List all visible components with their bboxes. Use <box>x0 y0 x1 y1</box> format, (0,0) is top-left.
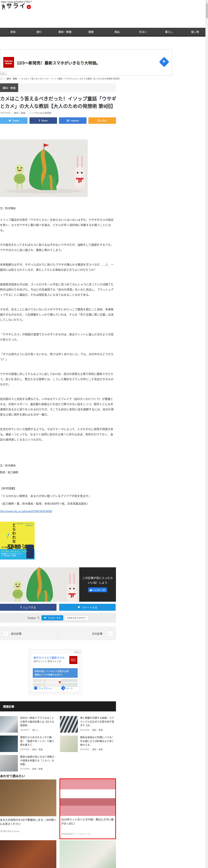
reference-header: 【参考図書】 <box>0 485 91 492</box>
hatena-icon: B! <box>67 119 70 122</box>
article-date: 2017/4/15 <box>0 112 10 114</box>
site-logo[interactable]: サライ jp <box>1 3 31 10</box>
sponsored-card[interactable]: 石田純一(65)「舌磨きは絶対NG」強烈な“口臭”が０になる消臭法？ PR(プレ… <box>60 840 116 868</box>
related-article-card[interactable]: 神と悪魔が交錯する岐路！スクランブル交叉点で五感を研ぎ澄ます【大... 2017… <box>60 716 116 733</box>
article-credits: 文／鈴木隆祐 監修／前刀禎明 <box>0 462 18 476</box>
nav-item-house[interactable]: 住まい <box>130 28 156 36</box>
nav-item-events[interactable]: 催し物 <box>182 28 208 36</box>
scrollbar-up-icon[interactable]: ▲ <box>206 0 208 3</box>
ad-arrow-icon[interactable] <box>159 57 169 67</box>
ad-headline-link[interactable]: 楽天モバイルで最新スマホ <box>33 656 65 659</box>
scrollbar-thumb[interactable] <box>206 3 208 19</box>
top-ad-banner[interactable]: RakutenMobile 12/3～新発売！最新スマホがいきなり大特価。 広告 <box>0 50 172 75</box>
facebook-icon: f <box>39 119 40 122</box>
article-category-link[interactable]: 趣味・教養 <box>14 111 25 115</box>
share-buttons: Tweet f Share B! Hatena RSS <box>0 117 116 124</box>
scrollbar[interactable]: ▲ <box>205 0 208 868</box>
next-arrow-icon[interactable]: › <box>108 630 113 637</box>
article-byline: 文／鈴木隆祐 <box>0 462 18 469</box>
twitter-follow-bar: Twitter で フォローする 5,576人のフォロワー <box>0 613 116 623</box>
rakuten-map-ad[interactable]: 広告 楽天モバイルで最新スマホ 楽天モバイル 草加マルイ店 RakutenMob… <box>29 649 82 694</box>
nav-item-travel[interactable]: 旅行 <box>26 28 52 36</box>
paragraph: 「ボクは君のように足が長くないから、陸では早く歩けないさ。でも、水の中ならどうだ… <box>0 352 116 362</box>
related-article-card[interactable]: 理系出身者ほど料理にハマる！作る側に立てば料理はより深く味わえる... 2017… <box>60 736 116 752</box>
prev-next-nav: ‹ 前の記事 次の記事 › <box>0 626 116 640</box>
prev-article-link[interactable]: 前の記事 <box>11 632 22 636</box>
related-thumbnail <box>0 736 18 752</box>
breadcrumb-category[interactable]: 趣味・教養 <box>7 77 17 80</box>
sponsored-card[interactable]: 【コラム】ワイン好きにはたまらない！ワインの豆知識一覧 PR(たのしいお酒.jp… <box>0 840 56 868</box>
sponsored-image <box>0 840 56 868</box>
paragraph: 高度経済成長も今は昔。ゴールだけを一心不乱に見つめてガムシャラに走っていけば勝て… <box>0 282 116 298</box>
article-meta: 2017/4/15 趣味・教養 シニアのための発想術 <box>0 111 51 115</box>
rss-button[interactable]: RSS <box>89 117 116 124</box>
related-article-card[interactable]: 霊感やひらめきをきっちり捕捉！「直感千本ノック」で第六感を鍛えて... 2017… <box>0 736 56 752</box>
sponsored-card[interactable]: 2019年ヒットのハミガキ粉！黄ばんで汚い歯がまっ白に！ PR(株式会社ソーシャ… <box>60 778 116 839</box>
ad-choices-tag[interactable]: 広告 <box>0 72 7 75</box>
follow-button[interactable]: フォローする <box>41 615 63 620</box>
book-cover-image[interactable]: あなたの中に眠っているアイデアが目を覚ます とらわれない ！ 発想法 前刀禎明 … <box>0 522 35 559</box>
book-authors: 前刀禎明 鈴木隆祐 <box>1 546 17 549</box>
like-prompt-line2: いいね！しよう <box>79 580 116 585</box>
book-banner-line2: 既成概念に“とらわれない”アイデア、企画立案６つの秘訣 <box>1 553 24 557</box>
breadcrumb-current: カメはこう答えるべきだった！イソップ童話「ウサギとカメ」の大人な教訓【大人のため… <box>21 77 120 80</box>
rakuten-mobile-logo: RakutenMobile <box>69 656 77 664</box>
facebook-share-button-large[interactable]: f シェアする <box>0 604 57 611</box>
map-pin-icon <box>59 681 61 684</box>
paragraph: その俊足をもってすればカメに負けるはずのないウサギだが、油断をして昼寝をするうち… <box>0 242 116 253</box>
hatena-button[interactable]: B! Hatena <box>59 117 86 124</box>
article-series-link[interactable]: シニアのための発想術 <box>29 111 51 115</box>
facebook-share-button[interactable]: f Share <box>30 117 57 124</box>
bottom-share-row: f シェアする ツイートする <box>0 604 116 611</box>
engagement-block: この記事が気に入ったら いいね！しよう いいね！4万 <box>0 567 116 602</box>
thumbs-up-icon <box>90 589 92 591</box>
chevron-down-icon <box>5 72 6 74</box>
route-arrow-icon <box>61 686 66 690</box>
hero-image <box>0 140 88 197</box>
paragraph: 生活の中でいろいろ発想する上でも、やはりテーマによって、人それぞれに得意不得意が… <box>0 427 116 442</box>
twitter-icon <box>44 617 46 619</box>
rakuten-mobile-logo: RakutenMobile <box>3 57 14 68</box>
related-article-card[interactable]: 目的の一駅前で下りてみることの意外な脳活効果とは【大人の発想術 ... 2017… <box>0 716 56 733</box>
like-panel: この記事が気に入ったら いいね！しよう いいね！4万 <box>79 567 116 602</box>
nav-item-health[interactable]: 健康 <box>78 28 104 36</box>
nav-item-goods[interactable]: 逸品 <box>104 28 130 36</box>
follow-label: Twitter で <box>27 616 40 620</box>
twitter-icon <box>77 606 80 609</box>
related-thumbnail <box>0 755 18 772</box>
nav-item-hobby[interactable]: 趣味・教養 <box>52 28 78 36</box>
reference-link[interactable]: http://www.njg.co.jp/book/9784534054609/ <box>0 510 53 513</box>
related-article-card[interactable]: 悪臭も創造の母になる!? 想像力や感情を刺激する「ニオイ」の効能... 2017… <box>0 755 56 772</box>
related-thumbnail <box>0 716 18 733</box>
global-nav: 美味 旅行 趣味・教養 健康 逸品 住まい 暮らし 催し物 <box>0 28 208 36</box>
paragraph: 初対面の人と対話する際なども、いわゆるアイスブレイク（話のきっかけづくり）が重要… <box>0 397 116 417</box>
related-thumbnail <box>60 716 78 733</box>
book-band: アップル、ディズニー、ソニー 既成概念に“とらわれない”アイデア、企画立案６つの… <box>0 549 35 559</box>
website-button[interactable]: ウェブサイト <box>31 685 55 691</box>
page: https://serai.jp/hobby/170617 サライ jp 美味 … <box>0 0 208 868</box>
reference-title: 『とらわれない発想法 あなたの中に眠っているアイデアが目を覚ます』 <box>0 492 91 500</box>
sponsored-image <box>0 779 56 816</box>
tweet-button[interactable]: Tweet <box>0 117 28 124</box>
pr-credit: PR(株式会社ソーシャルテック) <box>61 832 114 835</box>
home-icon[interactable] <box>0 78 2 80</box>
sponsored-card[interactable]: あなたの信用力を2分で数値化します。18の問いにお答えください PR(株式会社J… <box>0 779 56 833</box>
nav-item-gourmet[interactable]: 美味 <box>0 28 26 36</box>
like-button[interactable]: いいね！4万 <box>88 587 107 592</box>
related-thumbnail <box>60 736 78 752</box>
prev-arrow-icon[interactable]: ‹ <box>3 630 9 637</box>
route-button[interactable]: ルート <box>55 685 79 691</box>
article-body: イソップ童話の代表作『ウサギとカメ』を知らない人はいないはずだ。ウサギがカメの鈍… <box>0 217 116 452</box>
next-article-link[interactable]: 次の記事 <box>92 632 102 636</box>
engagement-image <box>0 567 79 602</box>
tweet-button-large[interactable]: ツイートする <box>59 604 116 611</box>
nav-item-living[interactable]: 暮らし <box>156 28 182 36</box>
sponsored-image <box>60 779 115 816</box>
ad-choices-tag[interactable]: 広告 <box>74 650 80 654</box>
twitter-icon <box>8 119 11 122</box>
ad-banner-text[interactable]: 本物の紙とペンのような書き心地！ 感動のスマホ体験をお店で！ <box>33 668 78 678</box>
ad-card: 楽天モバイルで最新スマホ 楽天モバイル 草加マルイ店 RakutenMobile… <box>31 654 79 692</box>
category-chip[interactable]: 趣味・教養 <box>0 83 18 92</box>
like-prompt-line1: この記事が気に入ったら <box>79 576 116 580</box>
nav-bottom-strip <box>0 36 208 37</box>
